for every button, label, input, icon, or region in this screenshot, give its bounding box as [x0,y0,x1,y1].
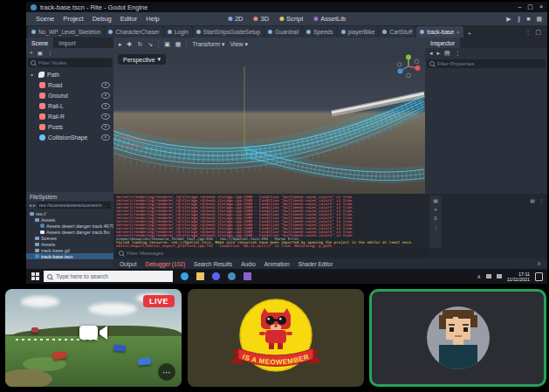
visibility-eye-icon[interactable] [101,93,110,99]
filesystem-item[interactable]: res:// [26,210,113,217]
output-button[interactable]: Output [120,261,137,267]
collapse-log-icon[interactable]: ≡ [434,216,437,221]
tree-node[interactable]: Rail-R [26,111,113,121]
filter-nodes-box[interactable] [28,58,112,67]
filesystem-item[interactable]: track-base.gd [26,247,113,253]
add-node-button[interactable]: + [30,50,33,56]
audio-button[interactable]: Audio [241,261,256,267]
tab-scene[interactable]: Scene [26,38,53,48]
start-button[interactable] [26,269,44,284]
filter-messages-input[interactable] [127,251,425,256]
godot-app-icon[interactable] [228,272,236,280]
add-scene-tab-button[interactable]: + [464,30,476,38]
scene-tab-active[interactable]: track-base× [416,26,463,38]
tree-node[interactable]: Rail-L [26,100,113,111]
speaking-member-tile[interactable] [369,289,546,387]
3d-viewport[interactable]: Perspective▾ [113,51,425,194]
stream-preview-tile[interactable]: LIVE ⋯ [5,289,182,387]
transform-menu[interactable]: Transform▾ [192,41,224,48]
new-resource-icon[interactable]: ▤ [444,50,450,57]
filesystem-item[interactable]: Assets [26,241,113,247]
tab-import[interactable]: Import [53,38,80,48]
copy-log-icon[interactable]: ▤ [433,197,438,203]
scene-tab[interactable]: No_WP_Level_Skeleton [28,26,104,38]
filesystem-current-path[interactable]: res://scenes/assets/scenes/track-base.ts… [38,202,111,209]
tab-inspector[interactable]: Inspector [425,38,460,48]
maximize-button[interactable]: ▢ [527,3,533,10]
tree-node[interactable]: CollisionShape [26,132,113,142]
filter-messages-box[interactable] [116,249,428,257]
inspector-menu-icon[interactable]: ⋮ [455,50,461,57]
filesystem-item[interactable]: Assets desert danger track 4K70 [26,223,113,229]
filesystem-dock-header[interactable]: FileSystem [26,192,113,201]
workspace-3d[interactable]: 3D [254,15,270,23]
axis-gizmo[interactable] [395,53,422,79]
tile-more-button[interactable]: ⋯ [158,363,175,381]
workspace-2d[interactable]: 2D [228,15,244,23]
visibility-eye-icon[interactable] [101,103,110,109]
expand-arrow-icon[interactable]: ▾ [31,72,36,78]
log-options-icon[interactable]: ⋮ [433,224,438,230]
tree-node[interactable]: Ground [26,90,113,100]
menu-project[interactable]: Project [58,15,87,23]
visibility-eye-icon[interactable] [101,124,110,130]
view-menu[interactable]: View▾ [230,41,249,48]
rotate-tool-icon[interactable]: ↻ [137,41,142,48]
filter-nodes-input[interactable] [38,60,109,65]
tab-list-icon[interactable]: ⋮ [525,29,531,36]
menu-editor[interactable]: Editor [116,15,142,23]
tree-node[interactable]: ▾Path [26,69,113,79]
tree-node[interactable]: Road [26,79,113,90]
scene-tab[interactable]: playerBike [338,26,379,38]
close-button[interactable]: × [539,3,543,10]
forward-icon[interactable]: ▸ [33,203,36,208]
scene-tab[interactable]: StartShipsGuideSetup [193,26,264,38]
scene-tab[interactable]: Guardrail [264,26,302,38]
debugger-button[interactable]: Debugger (102) [146,261,186,267]
visibility-eye-icon[interactable] [101,82,110,88]
discord-icon[interactable] [212,272,220,280]
select-tool-icon[interactable]: ▸ [119,41,122,48]
clear-log-icon[interactable]: × [434,207,437,212]
filesystem-item[interactable]: Assets desert danger track.fbx [26,229,113,235]
menu-scene[interactable]: Scene [31,15,58,23]
distraction-free-icon[interactable]: ▢ [535,29,541,36]
pause-button[interactable]: ∥ [518,16,521,23]
visibility-eye-icon[interactable] [101,113,110,120]
filter-properties-input[interactable] [437,61,543,66]
taskbar-clock[interactable]: 17:11 11/11/2021 [507,272,530,282]
filesystem-item[interactable]: Assets [26,217,113,223]
workspace-assetlib[interactable]: AssetLib [313,15,346,23]
member-emblem-tile[interactable]: IS A MEOWEMBER [188,289,364,387]
tree-node[interactable]: Posts [26,121,113,132]
group-tool-icon[interactable]: ▦ [175,41,182,48]
scene-tab[interactable]: CartStuff [379,26,415,38]
stop-button[interactable]: ■ [526,16,530,22]
filesystem-item[interactable]: Scenes [26,235,113,241]
workspace-script[interactable]: Script [279,15,303,23]
network-icon[interactable] [486,274,491,279]
lock-tool-icon[interactable]: ▣ [164,41,170,48]
scene-dock-menu-icon[interactable]: ⋮ [47,50,53,57]
filesystem-item-selected[interactable]: track-base.tscn [26,253,113,259]
pane-copy-icon[interactable]: ▤ [530,197,535,203]
history-forward-icon[interactable]: ▸ [437,50,441,57]
tray-expand-icon[interactable]: ∧ [477,273,480,279]
taskbar-search-input[interactable] [56,273,169,279]
filter-properties-box[interactable] [427,59,546,68]
instance-scene-icon[interactable]: ▣ [38,50,43,57]
action-center-icon[interactable] [535,272,543,281]
titlebar[interactable]: track-base.tscn - Rite - Godot Engine – … [26,2,547,12]
scene-tab[interactable]: Login [164,26,192,38]
back-icon[interactable]: ◂ [29,203,31,208]
search-results-button[interactable]: Search Results [194,261,232,267]
menu-debug[interactable]: Debug [88,15,116,23]
file-explorer-icon[interactable] [196,272,204,280]
animation-button[interactable]: Animation [264,261,290,267]
app-icon[interactable] [244,272,251,280]
perspective-menu[interactable]: Perspective▾ [118,54,166,65]
expand-panel-icon[interactable]: ∧ [537,260,541,267]
volume-icon[interactable] [497,274,502,279]
menu-help[interactable]: Help [141,15,163,23]
scene-tab[interactable]: CharacterChaser [105,26,162,38]
